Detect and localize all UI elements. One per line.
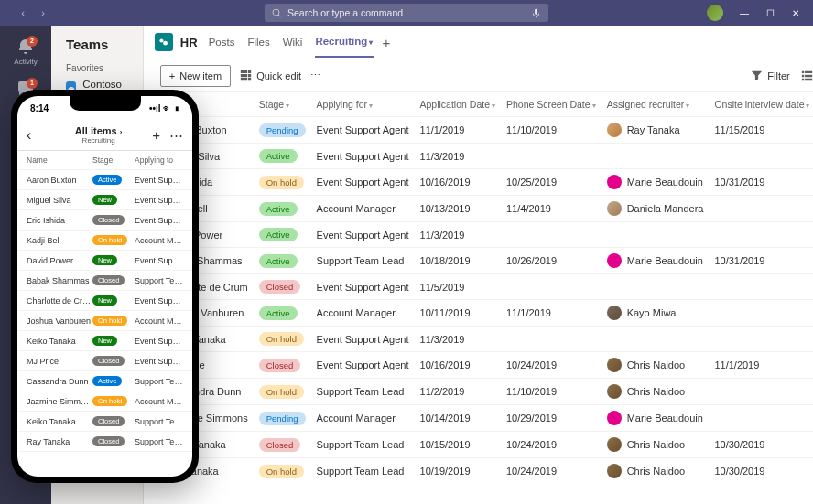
grid-icon	[240, 70, 252, 81]
table-row[interactable]: Cassandra DunnOn holdSupport Team Lead11…	[160, 379, 813, 405]
phone-col-name: Name	[27, 155, 92, 165]
rail-activity-label: Activity	[14, 58, 37, 66]
phone-row[interactable]: Aaron BuxtonActiveEvent Support A	[17, 170, 192, 190]
table-row[interactable]: Jazmine SimmonsPendingAccount Manager10/…	[160, 405, 813, 432]
tab-posts[interactable]: Posts	[209, 27, 235, 57]
phone-time: 8:14	[30, 103, 49, 113]
chat-badge: 1	[27, 78, 38, 89]
new-item-label: New item	[179, 70, 222, 81]
activity-badge: 2	[27, 36, 38, 47]
table-row[interactable]: Charlotte de CrumClosedEvent Support Age…	[160, 274, 813, 300]
search-icon	[272, 8, 282, 18]
filter-label: Filter	[767, 70, 789, 81]
table-row[interactable]: MJ PriceClosedEvent Support Agent10/16/2…	[160, 352, 813, 379]
view-selector[interactable]: All items ▾	[801, 70, 813, 81]
rail-activity[interactable]: 2 Activity	[0, 31, 51, 71]
tab-recruiting[interactable]: Recruiting ▾	[315, 27, 373, 58]
mic-icon[interactable]	[531, 8, 541, 18]
table-row[interactable]: Miguel SilvaActiveEvent Support Agent11/…	[160, 144, 813, 169]
phone-col-applying: Applying to	[135, 155, 183, 165]
table-row[interactable]: Eric IshidaOn holdEvent Support Agent10/…	[160, 169, 813, 196]
search-input[interactable]	[287, 7, 526, 18]
col-header[interactable]: Stage▾	[254, 92, 311, 117]
col-header[interactable]: Application Date▾	[415, 92, 501, 117]
phone-row[interactable]: Kadji BellOn holdAccount Manage	[17, 231, 192, 251]
nav-back[interactable]: ‹	[15, 5, 31, 21]
phone-add-button[interactable]: +	[152, 127, 160, 144]
toolbar-overflow[interactable]: ⋯	[310, 70, 320, 81]
nav-forward[interactable]: ›	[35, 5, 51, 21]
table-row[interactable]: Keiko TanakaOn holdEvent Support Agent11…	[160, 327, 813, 352]
quick-edit-label: Quick edit	[256, 70, 301, 81]
phone-more-button[interactable]: ⋯	[169, 127, 183, 144]
table-row[interactable]: Kadji BellActiveAccount Manager10/13/201…	[160, 196, 813, 222]
phone-row[interactable]: Joshua VanburenOn holdAccount Manage	[17, 311, 192, 331]
table-row[interactable]: David PowerActiveEvent Support Agent11/3…	[160, 222, 813, 248]
svg-point-1	[164, 40, 168, 45]
filter-button[interactable]: Filter	[751, 70, 789, 81]
tab-header: HR PostsFilesWikiRecruiting ▾ + ⤢ ⟳ ⋯	[144, 26, 813, 59]
phone-row[interactable]: Cassandra DunnActiveSupport Team Le	[17, 371, 192, 391]
phone-row[interactable]: Miguel SilvaNewEvent Support A	[17, 190, 192, 210]
sharepoint-icon	[155, 33, 173, 51]
phone-row[interactable]: MJ PriceClosedEvent Support A	[17, 351, 192, 371]
window-close[interactable]: ✕	[784, 0, 808, 26]
phone-row[interactable]: Babak ShammasClosedSupport Team Le	[17, 271, 192, 291]
col-header[interactable]: Assigned recruiter▾	[602, 92, 710, 117]
page-title: HR	[180, 36, 198, 49]
window-minimize[interactable]: —	[732, 0, 756, 26]
list-toolbar: + New item Quick edit ⋯ Filter All items…	[144, 59, 813, 92]
phone-mockup: 8:14 ••ıl ᯤ ▮ ‹ All items › Recruiting +…	[11, 90, 199, 483]
title-bar: ‹ › — ☐ ✕	[0, 0, 813, 26]
phone-subtitle: Recruiting	[82, 136, 115, 145]
phone-row[interactable]: Ray TanakaClosedSupport Team Le	[17, 432, 192, 452]
search-bar[interactable]	[265, 4, 548, 22]
phone-header: ‹ All items › Recruiting + ⋯	[17, 120, 192, 151]
phone-row[interactable]: Charlotte de CrumNewEvent Support A	[17, 291, 192, 311]
list-icon	[801, 70, 813, 81]
svg-point-0	[160, 38, 164, 42]
tab-wiki[interactable]: Wiki	[283, 27, 303, 57]
table-row[interactable]: Aaron BuxtonPendingEvent Support Agent11…	[160, 117, 813, 144]
new-item-button[interactable]: + New item	[160, 65, 231, 87]
filter-icon	[751, 70, 763, 81]
phone-row[interactable]: David PowerNewEvent Support A	[17, 251, 192, 271]
add-tab-button[interactable]: +	[383, 35, 391, 50]
phone-row[interactable]: Keiko TanakaClosedSupport Team Le	[17, 412, 192, 432]
favorites-label: Favorites	[51, 61, 143, 75]
main-content: HR PostsFilesWikiRecruiting ▾ + ⤢ ⟳ ⋯ + …	[144, 26, 813, 504]
phone-row[interactable]: Keiko TanakaNewEvent Support A	[17, 331, 192, 351]
phone-back-button[interactable]: ‹	[27, 127, 45, 144]
phone-notch	[70, 96, 141, 111]
phone-status-icons: ••ıl ᯤ ▮	[149, 103, 179, 113]
recruiting-table: Name▾Stage▾Applying for▾Application Date…	[160, 92, 813, 484]
phone-col-stage: Stage	[92, 155, 135, 165]
sidebar-title: Teams	[51, 33, 143, 61]
col-header[interactable]: Phone Screen Date▾	[501, 92, 602, 117]
table-row[interactable]: Babak ShammasActiveSupport Team Lead10/1…	[160, 248, 813, 274]
user-avatar[interactable]	[707, 5, 723, 21]
phone-column-headers: Name Stage Applying to	[17, 151, 192, 170]
window-maximize[interactable]: ☐	[758, 0, 782, 26]
tabs: PostsFilesWikiRecruiting ▾	[209, 27, 374, 58]
phone-title: All items ›	[75, 125, 123, 136]
quick-edit-button[interactable]: Quick edit	[240, 70, 301, 81]
table-row[interactable]: Ray TanakaOn holdSupport Team Lead10/19/…	[160, 458, 813, 485]
phone-row[interactable]: Eric IshidaClosedEvent Support A	[17, 210, 192, 231]
table-row[interactable]: Keiko TanakaClosedSupport Team Lead10/15…	[160, 432, 813, 458]
table-row[interactable]: Joshua VanburenActiveAccount Manager10/1…	[160, 300, 813, 327]
phone-row[interactable]: Jazmine SimmonsOn holdAccount Manage	[17, 391, 192, 412]
tab-files[interactable]: Files	[247, 27, 269, 57]
col-header[interactable]: Applying for▾	[311, 92, 415, 117]
plus-icon: +	[169, 70, 175, 81]
col-header[interactable]: Onsite interview date▾	[709, 92, 813, 117]
